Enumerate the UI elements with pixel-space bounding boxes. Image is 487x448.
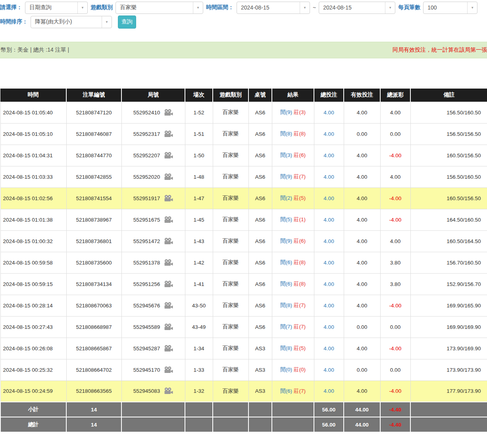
footer-empty-cell	[248, 402, 272, 417]
video-replay-icon[interactable]	[164, 323, 173, 331]
footer-empty-cell	[213, 402, 248, 417]
total-bet-link[interactable]: 4.00	[323, 153, 334, 158]
footer-empty-cell	[121, 417, 185, 432]
date-to-input[interactable]: 2024-08-15 ▼	[319, 2, 395, 14]
cell-payout: -4.00	[380, 209, 410, 230]
total-bet-link[interactable]: 4.00	[323, 217, 334, 223]
total-bet-link[interactable]: 4.00	[323, 131, 334, 137]
subtotal-total-bet: 56.00	[314, 402, 344, 417]
cell-game: 百家樂	[213, 166, 248, 187]
cell-round: 552951378	[121, 252, 185, 273]
sort-select[interactable]: 降冪(由大到小) ▼	[31, 16, 112, 28]
video-replay-icon[interactable]	[164, 152, 173, 159]
round-wrap: 552952207	[133, 152, 173, 159]
sort-value: 降冪(由大到小)	[31, 18, 76, 25]
col-header-time: 時間	[0, 89, 66, 102]
cell-session: 1-51	[185, 123, 213, 145]
cell-payout: 0.00	[380, 316, 410, 338]
total-bet-link[interactable]: 4.00	[323, 260, 334, 266]
table-row: 2024-08-15 00:26:08 521808665867 5529452…	[0, 338, 487, 359]
cell-round: 552951917	[121, 187, 185, 209]
page-size-value: 100	[423, 4, 441, 11]
game-category-select[interactable]: 百家樂 ▼	[115, 2, 203, 14]
cell-time: 2024-08-15 01:03:33	[0, 166, 66, 187]
cell-valid-bet: 4.00	[344, 252, 380, 273]
result-player: 閒(8)	[280, 345, 292, 351]
subtotal-payout: -4.40	[380, 402, 410, 417]
cell-bet-id: 521808736801	[66, 230, 121, 252]
video-replay-icon[interactable]	[164, 195, 173, 202]
total-bet-link[interactable]: 4.00	[323, 346, 334, 351]
cell-bet-id: 521808663565	[66, 380, 121, 402]
cell-total-bet: 4.00	[314, 380, 344, 402]
total-bet-link[interactable]: 4.00	[323, 303, 334, 309]
chevron-down-icon: ▼	[102, 16, 112, 28]
cell-payout: -4.00	[380, 187, 410, 209]
cell-result: 閒(6)莊(8)	[272, 273, 314, 295]
video-replay-icon[interactable]	[164, 280, 173, 288]
round-wrap: 552951472	[133, 238, 173, 245]
video-replay-icon[interactable]	[164, 366, 173, 374]
cell-remark: 177.90/173.90	[410, 380, 487, 402]
col-header-result: 結果	[272, 89, 314, 102]
cell-valid-bet: 4.00	[344, 102, 380, 123]
date-from-input[interactable]: 2024-08-15 ▼	[237, 2, 310, 14]
footer-empty-cell	[185, 417, 213, 432]
round-number: 552945083	[133, 388, 160, 394]
filter-bar: 請選擇： 日期查詢 ▼ 遊戲類別 百家樂 ▼ 時間區間： 2024-08-15 …	[0, 0, 487, 29]
video-replay-icon[interactable]	[164, 216, 173, 224]
video-replay-icon[interactable]	[164, 302, 173, 309]
query-type-select[interactable]: 日期查詢 ▼	[25, 2, 88, 14]
search-button[interactable]: 查詢	[118, 15, 136, 29]
page-size-select[interactable]: 100 ▼	[423, 2, 477, 14]
result-player: 閒(9)	[280, 109, 292, 115]
total-bet-link[interactable]: 4.00	[323, 238, 334, 244]
round-number: 552945676	[133, 303, 160, 309]
cell-valid-bet: 4.00	[344, 209, 380, 230]
total-bet-link[interactable]: 4.00	[323, 174, 334, 180]
result-player: 閒(6)	[280, 281, 292, 287]
cell-bet-id: 521808734134	[66, 273, 121, 295]
total-bet-link[interactable]: 4.00	[323, 367, 334, 373]
video-replay-icon[interactable]	[164, 387, 173, 395]
cell-bet-id: 521808664702	[66, 359, 121, 380]
video-replay-icon[interactable]	[164, 130, 173, 138]
footer-empty-cell	[272, 417, 314, 432]
cell-table-code: AS6	[248, 316, 272, 338]
game-category-value: 百家樂	[116, 4, 141, 11]
cell-game: 百家樂	[213, 145, 248, 166]
round-number: 552945170	[133, 367, 160, 373]
cell-result: 閒(8)莊(5)	[272, 338, 314, 359]
table-row: 2024-08-15 01:05:40 521808747120 5529524…	[0, 102, 487, 123]
video-replay-icon[interactable]	[164, 345, 173, 352]
table-row: 2024-08-15 00:28:14 521808670063 5529456…	[0, 295, 487, 316]
col-header-round: 局號	[121, 89, 185, 102]
col-header-valid-bet: 有效投注	[344, 89, 380, 102]
table-row: 2024-08-15 01:05:10 521808746087 5529523…	[0, 123, 487, 145]
total-bet-link[interactable]: 4.00	[323, 388, 334, 394]
cell-game: 百家樂	[213, 316, 248, 338]
video-replay-icon[interactable]	[164, 259, 173, 266]
cell-payout: 4.00	[380, 102, 410, 123]
video-replay-icon[interactable]	[164, 238, 173, 245]
total-bet-link[interactable]: 4.00	[323, 195, 334, 201]
video-replay-icon[interactable]	[164, 109, 173, 116]
round-number: 552945589	[133, 324, 160, 330]
total-bet-link[interactable]: 4.00	[323, 324, 334, 330]
cell-table-code: AS6	[248, 187, 272, 209]
cell-game: 百家樂	[213, 123, 248, 145]
round-number: 552951256	[133, 281, 160, 287]
chevron-down-icon: ▼	[300, 2, 310, 14]
cell-total-bet: 4.00	[314, 166, 344, 187]
round-wrap: 552951378	[133, 259, 173, 266]
cell-result: 閒(0)莊(0)	[272, 359, 314, 380]
total-bet-link[interactable]: 4.00	[323, 110, 334, 116]
round-wrap: 552952410	[133, 109, 173, 116]
cell-session: 1-41	[185, 273, 213, 295]
cell-time: 2024-08-15 01:04:31	[0, 145, 66, 166]
video-replay-icon[interactable]	[164, 173, 173, 181]
cell-time: 2024-08-15 01:02:56	[0, 187, 66, 209]
total-bet-link[interactable]: 4.00	[323, 281, 334, 287]
cell-valid-bet: 4.00	[344, 380, 380, 402]
cell-table-code: AS3	[248, 359, 272, 380]
